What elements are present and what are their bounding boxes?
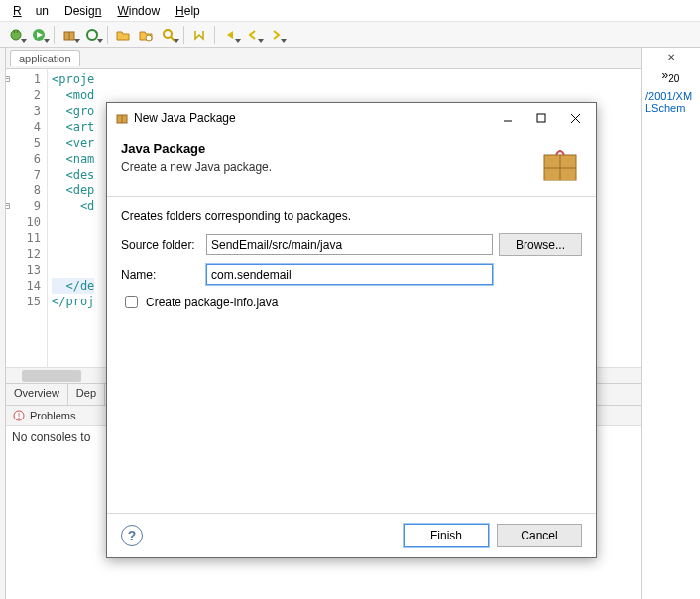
svg-rect-2 xyxy=(17,30,18,33)
problems-icon: ! xyxy=(12,409,26,422)
dialog-form: Creates folders corresponding to package… xyxy=(107,197,596,513)
dialog-header: Java Package Create a new Java package. xyxy=(107,133,596,197)
back-button[interactable] xyxy=(243,25,263,45)
menu-bar: Run Design Window Help xyxy=(0,0,700,22)
dialog-titlebar[interactable]: New Java Package xyxy=(107,103,596,133)
code-line: <art xyxy=(52,119,94,135)
refresh-button[interactable] xyxy=(82,25,102,45)
package-info-checkbox[interactable] xyxy=(125,296,138,308)
debug-button[interactable] xyxy=(6,25,26,45)
toolbar-separator xyxy=(183,26,184,44)
source-folder-label: Source folder: xyxy=(121,238,200,252)
code-line: <nam xyxy=(52,151,94,167)
finish-button[interactable]: Finish xyxy=(404,524,489,547)
dialog-heading: Java Package xyxy=(121,141,272,156)
toolbar-separator xyxy=(107,26,108,44)
close-button[interactable] xyxy=(558,106,592,130)
code-line: </de xyxy=(52,278,94,294)
package-icon xyxy=(538,141,582,184)
open-folder-button[interactable] xyxy=(113,25,133,45)
editor-tab-application[interactable]: application xyxy=(10,50,80,66)
svg-rect-1 xyxy=(14,30,15,33)
new-java-package-dialog: New Java Package Java Package Create a n… xyxy=(106,102,597,558)
name-label: Name: xyxy=(121,268,200,282)
svg-rect-18 xyxy=(537,114,545,122)
code-line: <des xyxy=(52,167,94,182)
svg-marker-12 xyxy=(227,31,233,39)
browse-button[interactable]: Browse... xyxy=(499,233,582,256)
namespace-link[interactable]: /2001/XMLSchem xyxy=(645,90,696,114)
code-line: <gro xyxy=(52,103,94,119)
menu-design[interactable]: Design xyxy=(58,3,108,19)
problems-title: Problems xyxy=(30,410,75,421)
scrollbar-thumb[interactable] xyxy=(22,370,81,382)
menu-window[interactable]: Window xyxy=(110,3,167,19)
toolbar-separator xyxy=(214,26,215,44)
svg-line-11 xyxy=(171,37,175,41)
svg-point-9 xyxy=(146,35,152,41)
dialog-footer: ? Finish Cancel xyxy=(107,513,596,557)
run-button[interactable] xyxy=(29,25,49,45)
last-edit-button[interactable] xyxy=(220,25,240,45)
toolbar-separator xyxy=(54,26,55,44)
forward-button[interactable] xyxy=(266,25,286,45)
main-toolbar xyxy=(0,22,700,48)
right-toolbar: ✕ »20 /2001/XMLSchem xyxy=(641,48,700,599)
console-empty-text: No consoles to xyxy=(12,430,90,444)
code-line xyxy=(52,230,94,246)
tab-label: application xyxy=(19,53,71,64)
close-icon[interactable]: ✕ xyxy=(667,52,675,62)
dialog-subheading: Create a new Java package. xyxy=(121,160,272,174)
open-resource-button[interactable] xyxy=(136,25,156,45)
code-line xyxy=(52,262,94,278)
overflow-indicator[interactable]: »20 xyxy=(662,68,680,84)
dialog-icon xyxy=(115,111,129,125)
workspace: application 1 2345678 9 10111213 14 15 <… xyxy=(0,48,700,599)
menu-help[interactable]: Help xyxy=(169,3,207,19)
tab-overview[interactable]: Overview xyxy=(6,384,68,405)
code-line: <proje xyxy=(52,71,94,87)
next-annotation-button[interactable] xyxy=(189,25,209,45)
tab-dependencies[interactable]: Dep xyxy=(68,384,105,405)
dialog-title-text: New Java Package xyxy=(134,111,236,125)
svg-text:!: ! xyxy=(18,411,21,420)
new-package-button[interactable] xyxy=(59,25,79,45)
editor-tab-bar: application xyxy=(6,48,641,69)
menu-run[interactable]: Run xyxy=(6,3,56,19)
line-number-gutter: 1 2345678 9 10111213 14 15 xyxy=(6,69,48,367)
code-line: <mod xyxy=(52,87,94,103)
search-button[interactable] xyxy=(159,25,178,45)
code-line: </proj xyxy=(52,294,94,309)
code-line: <ver xyxy=(52,135,94,151)
source-folder-input[interactable] xyxy=(206,234,493,255)
cancel-button[interactable]: Cancel xyxy=(497,524,582,547)
name-input[interactable] xyxy=(206,264,493,285)
code-line xyxy=(52,246,94,262)
svg-marker-8 xyxy=(95,30,98,33)
form-description: Creates folders corresponding to package… xyxy=(121,209,582,223)
code-line: <d xyxy=(52,198,94,214)
help-icon[interactable]: ? xyxy=(121,525,143,546)
minimize-button[interactable] xyxy=(491,106,525,130)
code-line: <dep xyxy=(52,182,94,198)
svg-point-0 xyxy=(11,30,21,40)
maximize-button[interactable] xyxy=(525,106,558,130)
svg-point-10 xyxy=(164,30,172,38)
code-area[interactable]: <proje <mod <gro <art <ver <nam <des <de… xyxy=(48,69,94,367)
code-line xyxy=(52,214,94,230)
package-info-label: Create package-info.java xyxy=(146,296,278,309)
